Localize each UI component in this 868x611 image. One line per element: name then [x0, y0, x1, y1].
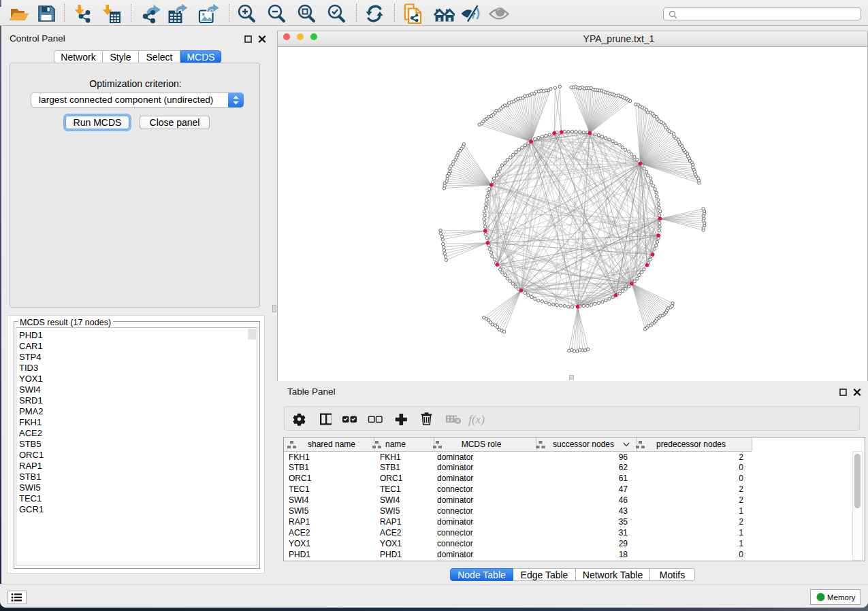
- svg-text:2: 2: [739, 495, 743, 505]
- svg-text:dominator: dominator: [437, 550, 473, 559]
- svg-text:47: 47: [619, 484, 628, 494]
- svg-text:1: 1: [739, 528, 743, 538]
- svg-text:SWI4: SWI4: [289, 495, 309, 505]
- svg-text:PHD1: PHD1: [380, 550, 402, 559]
- svg-text:2: 2: [739, 452, 743, 462]
- svg-text:FKH1: FKH1: [289, 452, 310, 462]
- svg-text:STB1: STB1: [289, 463, 309, 472]
- svg-text:FKH1: FKH1: [380, 452, 401, 462]
- svg-text:RAP1: RAP1: [289, 517, 310, 527]
- svg-text:dominator: dominator: [437, 517, 473, 527]
- svg-text:dominator: dominator: [437, 452, 473, 462]
- svg-text:PHD1: PHD1: [289, 550, 310, 559]
- svg-text:2: 2: [739, 517, 743, 527]
- svg-text:name: name: [385, 440, 406, 449]
- svg-text:SWI4: SWI4: [380, 495, 400, 505]
- svg-text:connector: connector: [437, 528, 473, 538]
- svg-text:2: 2: [739, 484, 743, 494]
- svg-text:dominator: dominator: [437, 463, 473, 472]
- svg-text:18: 18: [619, 550, 628, 559]
- svg-text:31: 31: [619, 528, 628, 538]
- svg-text:dominator: dominator: [437, 495, 473, 505]
- svg-text:MCDS role: MCDS role: [462, 440, 502, 449]
- svg-text:62: 62: [619, 463, 628, 472]
- svg-text:YOX1: YOX1: [380, 539, 402, 548]
- svg-text:29: 29: [619, 539, 628, 548]
- svg-text:connector: connector: [437, 539, 473, 548]
- svg-text:f(x): f(x): [468, 413, 485, 426]
- svg-text:0: 0: [739, 463, 743, 472]
- svg-text:46: 46: [619, 495, 628, 505]
- svg-text:ACE2: ACE2: [380, 528, 402, 538]
- svg-text:0: 0: [739, 550, 743, 559]
- svg-text:96: 96: [619, 452, 628, 462]
- svg-text:dominator: dominator: [437, 474, 473, 483]
- svg-text:predecessor nodes: predecessor nodes: [656, 440, 726, 449]
- svg-text:connector: connector: [437, 484, 473, 494]
- svg-text:TEC1: TEC1: [380, 484, 401, 494]
- svg-text:ORC1: ORC1: [380, 474, 403, 483]
- svg-text:0: 0: [739, 474, 743, 483]
- svg-text:1: 1: [739, 539, 743, 548]
- svg-text:YOX1: YOX1: [289, 539, 310, 548]
- svg-text:35: 35: [619, 517, 628, 527]
- svg-text:RAP1: RAP1: [380, 517, 402, 527]
- svg-text:STB1: STB1: [380, 463, 400, 472]
- svg-text:1: 1: [739, 506, 743, 516]
- svg-text:ORC1: ORC1: [289, 474, 312, 483]
- svg-text:ACE2: ACE2: [289, 528, 310, 538]
- svg-text:61: 61: [619, 474, 628, 483]
- svg-text:shared name: shared name: [308, 440, 355, 449]
- svg-text:SWI5: SWI5: [380, 506, 400, 516]
- svg-text:TEC1: TEC1: [289, 484, 310, 494]
- svg-text:SWI5: SWI5: [289, 506, 309, 516]
- svg-text:successor nodes: successor nodes: [553, 440, 614, 449]
- svg-text:43: 43: [619, 506, 628, 516]
- svg-text:connector: connector: [437, 506, 473, 516]
